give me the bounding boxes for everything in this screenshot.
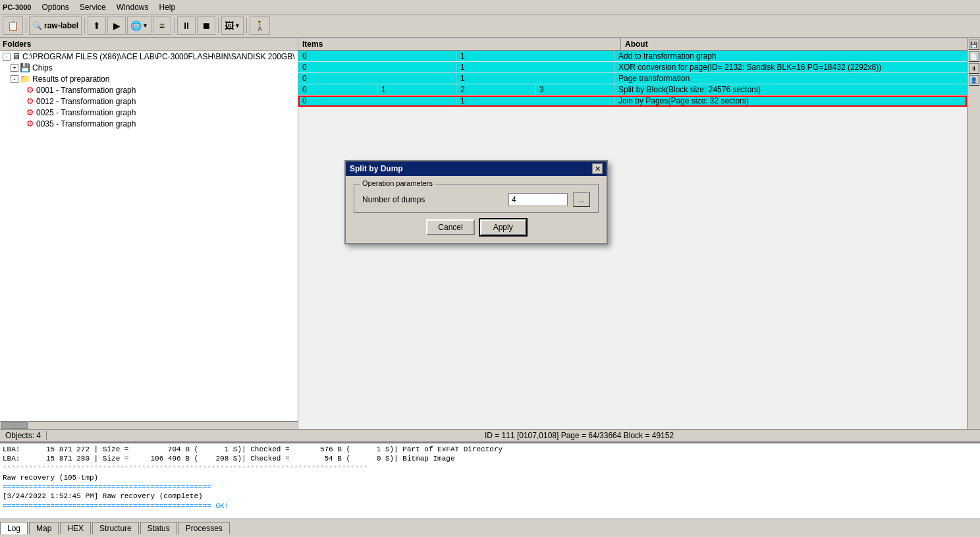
status-bar: Objects: 4 ID = 111 [0107,0108] Page = 6… xyxy=(0,429,980,442)
main-area: Folders - 🖥 C:\PROGRAM FILES (X86)\ACE L… xyxy=(0,38,980,429)
play-icon: ▶ xyxy=(113,20,121,31)
globe-icon: 🌐 xyxy=(130,20,142,31)
sidebar-item-chips[interactable]: + 💾 Chips xyxy=(0,62,298,73)
sidebar-item-graph-0035[interactable]: ⚙ 0035 - Transformation graph xyxy=(0,118,298,129)
right-copy-button[interactable]: 📄 xyxy=(969,51,979,62)
modal-apply-button[interactable]: Apply xyxy=(480,219,526,235)
drive-path: C:\PROGRAM FILES (X86)\ACE LAB\PC-3000FL… xyxy=(22,52,294,61)
log-line-5: ========================================… xyxy=(3,482,977,492)
app-title: PC-3000 xyxy=(3,3,31,11)
chip-icon: 💾 xyxy=(20,63,30,72)
open-button[interactable]: 📋 xyxy=(3,16,23,35)
stop-icon: ⏹ xyxy=(202,20,211,31)
log-line-3: ****************************************… xyxy=(3,464,977,473)
sidebar-item-drive[interactable]: - 🖥 C:\PROGRAM FILES (X86)\ACE LAB\PC-30… xyxy=(0,51,298,62)
chips-expand-icon: + xyxy=(11,64,18,72)
sidebar-tree: - 🖥 C:\PROGRAM FILES (X86)\ACE LAB\PC-30… xyxy=(0,51,298,421)
sidebar-item-graph-0001[interactable]: ⚙ 0001 - Transformation graph xyxy=(0,84,298,96)
log-line-4: Raw recovery (105-tmp) xyxy=(3,473,977,482)
status-id: ID = 111 [0107,0108] Page = 64/33664 Blo… xyxy=(178,431,980,440)
sidebar-hscrollbar[interactable] xyxy=(0,421,298,429)
find-icon: 🔍 xyxy=(32,21,42,30)
play-button[interactable]: ▶ xyxy=(107,16,126,35)
log-line-7: ========================================… xyxy=(3,501,977,511)
modal-close-button[interactable]: ✕ xyxy=(592,163,603,174)
content-area: Items About 0 1 Add to transformation gr… xyxy=(298,38,967,429)
chips-label: Chips xyxy=(32,63,53,72)
globe-button[interactable]: 🌐 ▼ xyxy=(127,16,151,35)
tab-processes[interactable]: Processes xyxy=(178,522,230,534)
open-icon: 📋 xyxy=(7,20,18,31)
right-person-small-button[interactable]: 👤 xyxy=(969,75,979,86)
tab-structure[interactable]: Structure xyxy=(92,522,139,534)
sidebar-item-results[interactable]: - 📁 Results of preparation xyxy=(0,73,298,84)
graph-0012-label: 0012 - Transformation graph xyxy=(36,97,136,106)
stack-icon: ≡ xyxy=(159,20,165,31)
status-objects: Objects: 4 xyxy=(0,431,47,440)
modal-buttons: Cancel Apply xyxy=(354,219,599,235)
hscrollbar-thumb[interactable] xyxy=(1,422,28,429)
menu-service[interactable]: Service xyxy=(74,1,111,13)
stack-button[interactable]: ≡ xyxy=(153,16,171,35)
sidebar-item-graph-0012[interactable]: ⚙ 0012 - Transformation graph xyxy=(0,96,298,107)
log-tabs: Log Map HEX Structure Status Processes xyxy=(0,519,980,534)
log-line-1: LBA: 15 871 272 | Size = 704 B ( 1 S)| C… xyxy=(3,445,977,454)
sidebar-header: Folders xyxy=(0,38,298,51)
right-pause-small-button[interactable]: ⏸ xyxy=(969,63,979,74)
export-icon: ⬆ xyxy=(93,20,101,31)
right-save-button[interactable]: 💾 xyxy=(969,40,979,50)
person-icon: 🚶 xyxy=(254,20,265,31)
pause-button[interactable]: ⏸ xyxy=(177,16,196,35)
separator-3 xyxy=(174,18,175,34)
tab-hex[interactable]: HEX xyxy=(60,522,91,534)
log-content: LBA: 15 871 272 | Size = 704 B ( 1 S)| C… xyxy=(0,443,980,519)
person-button[interactable]: 🚶 xyxy=(250,16,270,35)
menu-windows[interactable]: Windows xyxy=(111,1,154,13)
separator-4 xyxy=(218,18,219,34)
results-expand-icon: - xyxy=(11,75,18,83)
sidebar-item-graph-0025[interactable]: ⚙ 0025 - Transformation graph xyxy=(0,107,298,118)
stop-button[interactable]: ⏹ xyxy=(197,16,215,35)
modal-body: Operation parameters Number of dumps ...… xyxy=(346,176,607,243)
tab-map[interactable]: Map xyxy=(29,522,59,534)
right-panel: 💾 📄 ⏸ 👤 xyxy=(967,38,980,429)
modal-dialog: Split by Dump ✕ Operation parameters Num… xyxy=(344,160,608,244)
modal-overlay: Split by Dump ✕ Operation parameters Num… xyxy=(298,38,967,429)
raw-label: raw-label xyxy=(44,21,78,30)
menu-help[interactable]: Help xyxy=(153,1,180,13)
menu-options[interactable]: Options xyxy=(36,1,74,13)
export-button[interactable]: ⬆ xyxy=(88,16,106,35)
log-line-6: [3/24/2022 1:52:45 PM] Raw recovery (com… xyxy=(3,492,977,501)
tab-log[interactable]: Log xyxy=(0,522,28,534)
tab-status[interactable]: Status xyxy=(140,522,177,534)
find-button[interactable]: 🔍 raw-label xyxy=(29,16,82,35)
modal-field-row: Number of dumps ... xyxy=(362,192,590,207)
image-dropdown-arrow: ▼ xyxy=(234,22,240,29)
modal-dumps-input[interactable] xyxy=(508,193,568,206)
graph-0035-icon: ⚙ xyxy=(26,119,34,128)
graph-0035-label: 0035 - Transformation graph xyxy=(36,119,136,128)
results-label: Results of preparation xyxy=(32,74,109,84)
modal-dumps-label: Number of dumps xyxy=(362,195,425,204)
menubar: PC-3000 Options Service Windows Help xyxy=(0,0,980,14)
modal-group: Operation parameters Number of dumps ... xyxy=(354,184,599,213)
image-icon: 🖼 xyxy=(225,20,234,31)
modal-title: Split by Dump xyxy=(350,164,403,173)
folder-icon: 📁 xyxy=(20,74,30,84)
modal-browse-button[interactable]: ... xyxy=(573,192,590,207)
expand-icon: - xyxy=(3,53,11,61)
graph-0012-icon: ⚙ xyxy=(26,96,34,106)
log-area: LBA: 15 871 272 | Size = 704 B ( 1 S)| C… xyxy=(0,442,980,534)
separator-1 xyxy=(26,18,26,34)
separator-5 xyxy=(246,18,247,34)
separator-2 xyxy=(84,18,85,34)
toolbar: 📋 🔍 raw-label ⬆ ▶ 🌐 ▼ ≡ ⏸ ⏹ 🖼 ▼ 🚶 xyxy=(0,14,980,38)
log-line-2: LBA: 15 871 280 | Size = 106 496 B ( 208… xyxy=(3,454,977,463)
graph-0025-label: 0025 - Transformation graph xyxy=(36,108,136,117)
graph-0025-icon: ⚙ xyxy=(26,107,34,117)
image-button[interactable]: 🖼 ▼ xyxy=(221,16,244,35)
sidebar: Folders - 🖥 C:\PROGRAM FILES (X86)\ACE L… xyxy=(0,38,298,429)
modal-group-label: Operation parameters xyxy=(360,179,435,187)
pause-icon: ⏸ xyxy=(182,20,191,31)
modal-cancel-button[interactable]: Cancel xyxy=(426,219,474,235)
